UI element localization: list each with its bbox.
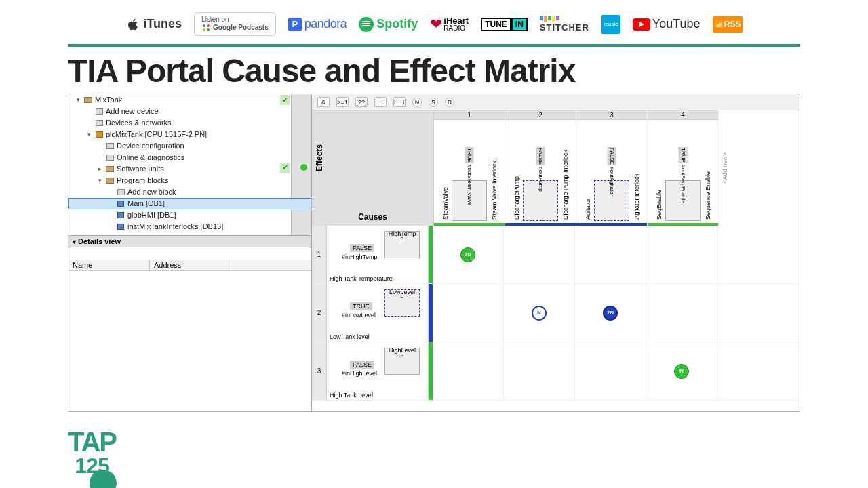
- matrix-cell[interactable]: [433, 284, 504, 342]
- col-name[interactable]: Name: [68, 260, 150, 270]
- toolbar-button[interactable]: ⊣: [374, 97, 387, 107]
- matrix-cell[interactable]: 2N: [575, 284, 646, 342]
- stitcher-link[interactable]: STITCHER: [540, 16, 589, 33]
- tree-item[interactable]: Add new device: [68, 106, 311, 117]
- cause-number: 2: [312, 284, 327, 342]
- rss-link[interactable]: 📶RSS: [713, 16, 743, 33]
- cause-number: 1: [312, 226, 327, 283]
- cause-rows: 1 HighTemp = FALSE #inHighTemp High Tank…: [312, 226, 800, 411]
- tree-item[interactable]: Devices & networks: [68, 117, 311, 129]
- effect-column[interactable]: 1 SteamValve TRUE #outSteam Valve Steam …: [434, 110, 505, 226]
- stitcher-icon: [540, 16, 589, 22]
- tree-item[interactable]: instMixTankInterlocks [DB13]: [68, 221, 311, 232]
- cause-body[interactable]: HighLevel = FALSE #inHighLevel High Tank…: [327, 342, 429, 400]
- pandora-link[interactable]: P pandora: [288, 17, 347, 31]
- youtube-link[interactable]: YouTube: [633, 17, 701, 31]
- effect-column[interactable]: 3 Agitator FALSE #outAgitator Agitator I…: [576, 110, 648, 226]
- details-columns: Name Address: [68, 260, 311, 271]
- spotify-link[interactable]: Spotify: [359, 17, 418, 32]
- intersection-node[interactable]: N: [674, 364, 689, 379]
- cause-body[interactable]: LowLevel = TRUE #inLowLevel Low Tank lev…: [327, 284, 429, 342]
- itunes-link[interactable]: iTunes: [125, 17, 182, 32]
- tia-portal-window: ▾MixTank✔ Add new deviceDevices & networ…: [0, 94, 868, 412]
- cause-row: 2 LowLevel = TRUE #inLowLevel Low Tank l…: [312, 284, 800, 342]
- cause-number: 3: [312, 342, 327, 400]
- tree-item[interactable]: ▾plcMixTank [CPU 1515F-2 PN]✔: [68, 129, 311, 140]
- tree-root[interactable]: ▾MixTank✔: [68, 94, 311, 106]
- tap-badge: TAP 125: [68, 430, 116, 479]
- effect-column[interactable]: 4 SeqEnable TRUE #outSeq Enable Sequence…: [648, 110, 719, 226]
- matrix-cell[interactable]: [504, 342, 575, 400]
- heart-icon: ❤: [430, 16, 442, 33]
- effect-column[interactable]: 2 DischargePump FALSE #outPump Discharge…: [505, 110, 576, 226]
- tree-body[interactable]: ▾MixTank✔ Add new deviceDevices & networ…: [68, 94, 311, 235]
- add-effect[interactable]: <Add new>: [719, 150, 731, 186]
- matrix-cell[interactable]: [575, 226, 646, 283]
- pandora-icon: P: [288, 18, 302, 31]
- intersection-node[interactable]: 2N: [603, 306, 618, 321]
- cause-row: 3 HighLevel = FALSE #inHighLevel High Ta…: [312, 342, 800, 401]
- col-address[interactable]: Address: [150, 260, 231, 270]
- tree-item[interactable]: Main [OB1]: [68, 198, 311, 209]
- toolbar-button[interactable]: [??]: [355, 97, 368, 107]
- podcast-links: iTunes Listen on Google Podcasts P pando…: [0, 0, 868, 41]
- itunes-label: iTunes: [143, 17, 182, 31]
- matrix-cell[interactable]: 2N: [433, 226, 504, 283]
- divider: [68, 44, 800, 47]
- youtube-icon: [633, 18, 650, 30]
- tree-item[interactable]: globHMI [DB1]: [68, 209, 311, 221]
- intersection-node[interactable]: N: [532, 306, 547, 321]
- causes-corner: Causes: [312, 110, 434, 226]
- matrix-cell[interactable]: [575, 342, 646, 400]
- google-podcasts-link[interactable]: Listen on Google Podcasts: [194, 12, 276, 36]
- tree-item[interactable]: Add new block: [68, 186, 311, 198]
- matrix-cell[interactable]: [646, 226, 717, 283]
- toolbar-button[interactable]: S: [429, 98, 438, 107]
- cause-body[interactable]: HighTemp = FALSE #inHighTemp High Tank T…: [327, 226, 429, 283]
- google-icon: [201, 23, 211, 33]
- apple-icon: [125, 17, 140, 32]
- amazon-music-link[interactable]: music: [601, 15, 620, 34]
- details-body: [68, 271, 311, 412]
- effects-label: Effects: [315, 144, 324, 171]
- cause-row: 1 HighTemp = FALSE #inHighTemp High Tank…: [312, 226, 800, 284]
- toolbar-button[interactable]: >=1: [336, 97, 349, 107]
- toolbar-button[interactable]: &: [317, 97, 330, 107]
- matrix-cell[interactable]: N: [646, 342, 717, 400]
- page-title: TIA Portal Cause and Effect Matrix: [0, 52, 868, 94]
- toolbar-button[interactable]: R: [445, 98, 454, 107]
- iheart-link[interactable]: ❤ iHeartRADIO: [430, 16, 469, 33]
- tree-item[interactable]: Device configuration: [68, 140, 311, 152]
- toolbar-button[interactable]: N: [412, 98, 422, 107]
- matrix-cell[interactable]: N: [504, 284, 575, 342]
- tunein-link[interactable]: TUNEIN: [481, 18, 528, 31]
- toolbar-button[interactable]: ⊢⊣: [393, 97, 406, 107]
- matrix-cell[interactable]: [646, 284, 717, 342]
- project-tree: ▾MixTank✔ Add new deviceDevices & networ…: [68, 94, 312, 412]
- details-view-header[interactable]: ▾ Details view: [68, 235, 311, 247]
- effects-header: Effects Causes 1 SteamValve TRUE #outSte…: [312, 110, 800, 226]
- effects-columns: 1 SteamValve TRUE #outSteam Valve Steam …: [434, 110, 800, 226]
- matrix-cell[interactable]: [433, 342, 504, 400]
- editor-toolbar: &>=1[??]⊣⊢⊣NSR: [312, 94, 800, 110]
- intersection-node[interactable]: 2N: [460, 247, 475, 262]
- tree-item[interactable]: ▾Program blocks: [68, 175, 311, 186]
- tree-item[interactable]: ▸Software units: [68, 163, 311, 175]
- causes-label: Causes: [358, 212, 387, 226]
- tree-item[interactable]: ▸I/O Handling: [68, 232, 311, 235]
- spotify-icon: [359, 17, 374, 32]
- cause-effect-editor: &>=1[??]⊣⊢⊣NSR Effects Causes 1 SteamVal…: [312, 94, 800, 412]
- tree-item[interactable]: Online & diagnostics: [68, 152, 311, 163]
- matrix-cell[interactable]: [504, 226, 575, 283]
